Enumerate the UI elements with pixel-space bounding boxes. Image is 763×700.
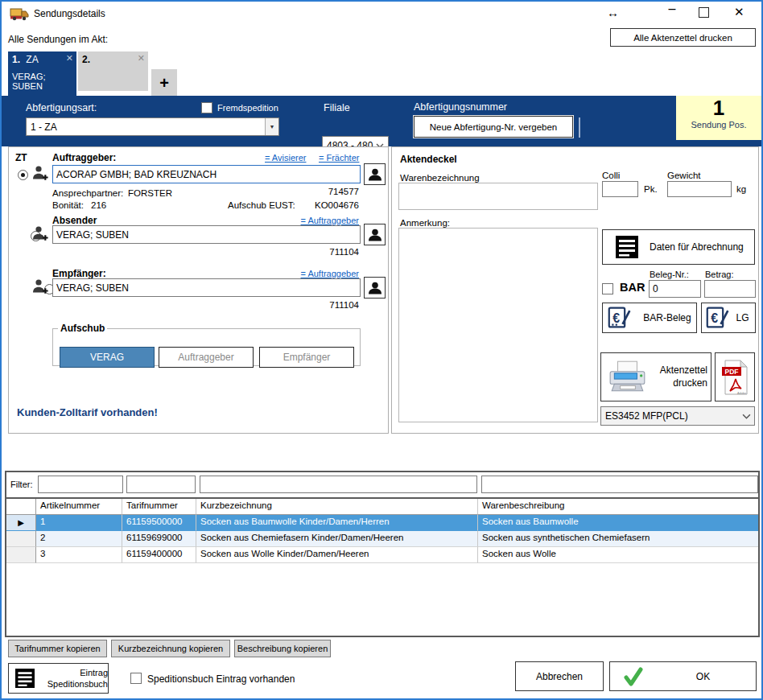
truck-icon: [10, 6, 29, 23]
kurzbezeichnung-kopieren-button[interactable]: Kurzbezeichnung kopieren: [111, 640, 230, 657]
maximize-button[interactable]: [699, 7, 709, 18]
colli-label: Colli: [602, 171, 620, 180]
alle-aktenzettel-drucken-button[interactable]: Alle Aktenzettel drucken: [610, 28, 756, 47]
anmerkung-textarea[interactable]: [398, 228, 598, 422]
title-bar: Sendungsdetails ↔ – ✕: [2, 2, 761, 26]
eintrag-speditionsbuch-button[interactable]: Eintrag Speditionsbuch: [8, 663, 109, 694]
bar-checkbox[interactable]: [602, 283, 613, 294]
row-selector-cell[interactable]: ▶: [6, 515, 36, 531]
printer-select[interactable]: ES3452 MFP(PCL): [600, 406, 755, 426]
row-selector-cell[interactable]: [6, 531, 36, 547]
lg-button[interactable]: € LG: [701, 303, 756, 333]
cell-kurzbezeichnung[interactable]: Socken aus Wolle Kinder/Damen/Heeren: [196, 547, 478, 563]
aufschub-eust-value: KO004676: [315, 200, 359, 210]
tab-shipment-1[interactable]: ✕ 1. ZA VERAG; SUBEN: [8, 51, 76, 97]
minimize-button[interactable]: –: [660, 2, 684, 23]
bar-beleg-button[interactable]: € BAR-Beleg: [602, 303, 697, 333]
cell-tarifnummer[interactable]: 61159400000: [122, 547, 196, 563]
row-selector-cell[interactable]: [6, 547, 36, 563]
filter-artikelnummer-input[interactable]: [38, 476, 123, 493]
empfaenger-auftraggeber-link[interactable]: = Auftraggeber: [301, 269, 359, 278]
person-add-icon-absender[interactable]: [31, 224, 49, 245]
abfertigungsart-select[interactable]: 1 - ZA ▼: [26, 117, 279, 136]
person-icon: [368, 281, 382, 295]
empfaenger-input[interactable]: [52, 278, 361, 297]
cell-warenbeschreibung[interactable]: Socken aus Baumwolle: [478, 515, 758, 531]
add-shipment-button[interactable]: +: [151, 69, 177, 97]
cell-kurzbezeichnung[interactable]: Socken aus Chemiefasern Kinder/Damen/Hee…: [196, 531, 478, 547]
filter-label: Filter:: [10, 480, 33, 489]
speditionsbuch-checkbox[interactable]: [130, 673, 142, 684]
fraechter-link[interactable]: = Frächter: [319, 153, 359, 163]
person-icon: [368, 228, 382, 242]
grid-corner-cell[interactable]: [6, 499, 36, 515]
cell-tarifnummer[interactable]: 61159699000: [122, 531, 196, 547]
cell-artikelnummer[interactable]: 1: [36, 515, 122, 531]
cell-warenbeschreibung[interactable]: Socken aus Wolle: [478, 547, 758, 563]
aufschub-auftraggeber-button[interactable]: Auftraggeber: [159, 347, 254, 368]
tarifnummer-kopieren-button[interactable]: Tarifnummer kopieren: [8, 640, 107, 657]
auftraggeber-radio[interactable]: [18, 170, 28, 180]
betrag-label: Betrag:: [705, 270, 733, 279]
ok-button[interactable]: OK: [609, 661, 757, 691]
filter-kurzbezeichnung-input[interactable]: [200, 476, 477, 493]
betrag-input[interactable]: [704, 280, 756, 298]
avisierer-link[interactable]: = Avisierer: [265, 153, 306, 163]
filter-tarifnummer-input[interactable]: [126, 476, 196, 493]
beschreibung-kopieren-button[interactable]: Beschreibung kopieren: [234, 640, 331, 657]
tab-shipment-2[interactable]: ✕ 2.: [78, 51, 148, 91]
table-row[interactable]: 2 61159699000 Socken aus Chemiefasern Ki…: [6, 531, 758, 547]
cell-kurzbezeichnung[interactable]: Socken aus Baumwolle Kinder/Damen/Herren: [196, 515, 478, 531]
resize-horizontal-icon[interactable]: ↔: [607, 6, 619, 19]
close-button[interactable]: ✕: [734, 5, 744, 19]
auftraggeber-contact-button[interactable]: [364, 163, 386, 185]
table-row[interactable]: ▶ 1 61159500000 Socken aus Baumwolle Kin…: [6, 515, 758, 531]
table-row[interactable]: 3 61159400000 Socken aus Wolle Kinder/Da…: [6, 547, 758, 563]
svg-text:€: €: [711, 311, 718, 325]
cell-artikelnummer[interactable]: 3: [36, 547, 122, 563]
cell-warenbeschreibung[interactable]: Socken aus synthetischen Chemiefasern: [478, 531, 758, 547]
person-add-icon-empfaenger[interactable]: [31, 278, 49, 298]
dropdown-arrow-icon[interactable]: ▼: [265, 118, 278, 135]
cell-tarifnummer[interactable]: 61159500000: [122, 515, 196, 531]
bar-beleg-label: BAR-Beleg: [638, 312, 696, 323]
column-header-artikelnummer[interactable]: Artikelnummer: [36, 499, 122, 515]
fremdspedition-checkbox[interactable]: [201, 102, 212, 113]
abbrechen-button[interactable]: Abbrechen: [515, 661, 604, 691]
person-add-icon-auftraggeber[interactable]: [31, 164, 49, 184]
gewicht-input[interactable]: [667, 181, 732, 197]
window-title: Sendungsdetails: [34, 8, 105, 19]
parties-panel: ZT Auftraggeber: = Avisierer = Frächter …: [8, 146, 389, 434]
abfertigungsart-value: 1 - ZA: [27, 121, 265, 133]
column-header-warenbeschreibung[interactable]: Warenbeschreibung: [478, 499, 758, 515]
filter-warenbeschreibung-input[interactable]: [481, 476, 758, 493]
aktendeckel-title: Aktendeckel: [400, 154, 457, 165]
empfaenger-contact-button[interactable]: [364, 277, 386, 299]
daten-fuer-abrechnung-button[interactable]: Daten für Abrechnung: [602, 229, 755, 265]
warenbezeichnung-textarea[interactable]: [398, 183, 598, 210]
articles-grid-block: Filter: Artikelnummer Tarifnummer Kurzbe…: [5, 471, 760, 637]
absender-contact-button[interactable]: [364, 224, 386, 245]
absender-input[interactable]: [52, 225, 361, 244]
absender-auftraggeber-link[interactable]: = Auftraggeber: [301, 216, 359, 225]
euro-document-icon: €: [706, 306, 730, 330]
chevron-down-icon[interactable]: [741, 414, 751, 419]
colli-input[interactable]: [602, 181, 638, 197]
printer-icon: [608, 360, 648, 395]
pdf-button[interactable]: PDF Adobe: [715, 352, 755, 401]
neue-abfertigung-nr-button[interactable]: Neue Abfertigung-Nr. vergeben: [414, 116, 573, 138]
tab1-line2: VERAG;: [12, 72, 72, 81]
tab1-close-icon[interactable]: ✕: [66, 53, 73, 64]
column-header-tarifnummer[interactable]: Tarifnummer: [122, 499, 196, 515]
column-header-kurzbezeichnung[interactable]: Kurzbezeichnung: [196, 499, 478, 515]
akt-label: Alle Sendungen im Akt:: [8, 34, 108, 45]
aktenzettel-drucken-button[interactable]: Aktenzettel drucken: [600, 352, 711, 401]
sendung-pos-panel: 1 Sendung Pos.: [676, 96, 761, 140]
cell-artikelnummer[interactable]: 2: [36, 531, 122, 547]
aufschub-verag-button[interactable]: VERAG: [60, 347, 155, 368]
beleg-nr-input[interactable]: [649, 280, 701, 298]
tab2-close-icon[interactable]: ✕: [138, 53, 145, 64]
lg-label: LG: [730, 312, 755, 323]
auftraggeber-input[interactable]: [52, 165, 361, 183]
aufschub-empfaenger-button[interactable]: Empfänger: [259, 347, 354, 368]
